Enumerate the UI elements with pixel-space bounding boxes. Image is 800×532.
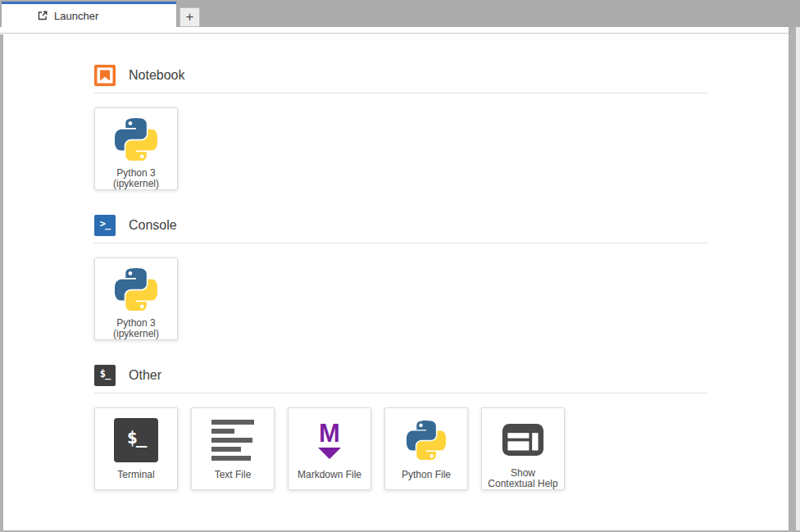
- section-title: Other: [129, 368, 161, 383]
- terminal-prompt-glyph: $_: [127, 427, 146, 448]
- section-notebook: Notebook Python 3 (ipykernel): [94, 65, 789, 190]
- section-title: Console: [129, 218, 177, 233]
- terminal-prompt-glyph: $_: [100, 368, 110, 380]
- card-row: $_ Terminal Te: [94, 407, 789, 490]
- section-header-other: $_ Other: [94, 365, 789, 386]
- card-terminal[interactable]: $_ Terminal: [94, 407, 178, 490]
- card-python3-console[interactable]: Python 3 (ipykernel): [94, 257, 178, 340]
- tab-label: Launcher: [54, 10, 98, 22]
- plus-icon: +: [186, 9, 194, 25]
- text-file-icon: [211, 417, 254, 463]
- card-label: Python 3 (ipykernel): [113, 168, 159, 189]
- console-icon: >_: [94, 215, 116, 236]
- section-header-notebook: Notebook: [94, 65, 789, 86]
- python-logo-icon: [407, 417, 446, 463]
- python-logo-icon: [115, 117, 157, 161]
- right-sidebar-collapsed[interactable]: [789, 27, 796, 532]
- card-label: Show Contextual Help: [488, 468, 557, 489]
- card-python3-notebook[interactable]: Python 3 (ipykernel): [94, 107, 178, 190]
- card-row: Python 3 (ipykernel): [94, 107, 789, 190]
- card-label: Python 3 (ipykernel): [113, 318, 159, 339]
- section-header-console: >_ Console: [94, 215, 789, 236]
- contextual-help-icon: [502, 417, 544, 462]
- section-divider: [94, 93, 707, 93]
- terminal-icon: $_: [94, 365, 116, 386]
- card-text-file[interactable]: Text File: [191, 407, 275, 490]
- launcher-icon: [37, 10, 48, 21]
- card-show-contextual-help[interactable]: Show Contextual Help: [481, 407, 565, 490]
- section-divider: [94, 393, 707, 393]
- section-other: $_ Other $_ Terminal: [94, 365, 789, 490]
- tab-bar: Launcher +: [0, 0, 800, 27]
- markdown-icon: M: [308, 417, 351, 463]
- section-title: Notebook: [129, 68, 185, 83]
- python-logo-icon: [115, 267, 157, 311]
- section-console: >_ Console Python 3 (ipykernel): [94, 215, 789, 340]
- tab-launcher[interactable]: Launcher: [2, 2, 176, 27]
- new-launcher-button[interactable]: +: [180, 7, 200, 27]
- terminal-icon: $_: [114, 417, 158, 463]
- card-row: Python 3 (ipykernel): [94, 257, 789, 340]
- left-sidebar-collapsed[interactable]: [0, 34, 3, 532]
- card-markdown-file[interactable]: M Markdown File: [288, 407, 371, 490]
- card-label: Terminal: [117, 470, 154, 480]
- card-label: Markdown File: [298, 470, 361, 480]
- window-edge: [796, 27, 800, 532]
- notebook-icon: [94, 65, 116, 86]
- card-label: Text File: [215, 470, 252, 480]
- jupyterlab-window: Launcher + Notebook: [0, 0, 800, 532]
- toolbar-band: [0, 27, 800, 34]
- section-divider: [94, 243, 707, 243]
- launcher-body: Notebook Python 3 (ipykernel) >_ Console: [3, 34, 789, 530]
- card-python-file[interactable]: Python File: [384, 407, 468, 490]
- console-prompt-glyph: >_: [100, 218, 110, 230]
- svg-text:M: M: [319, 420, 340, 448]
- card-label: Python File: [402, 470, 451, 480]
